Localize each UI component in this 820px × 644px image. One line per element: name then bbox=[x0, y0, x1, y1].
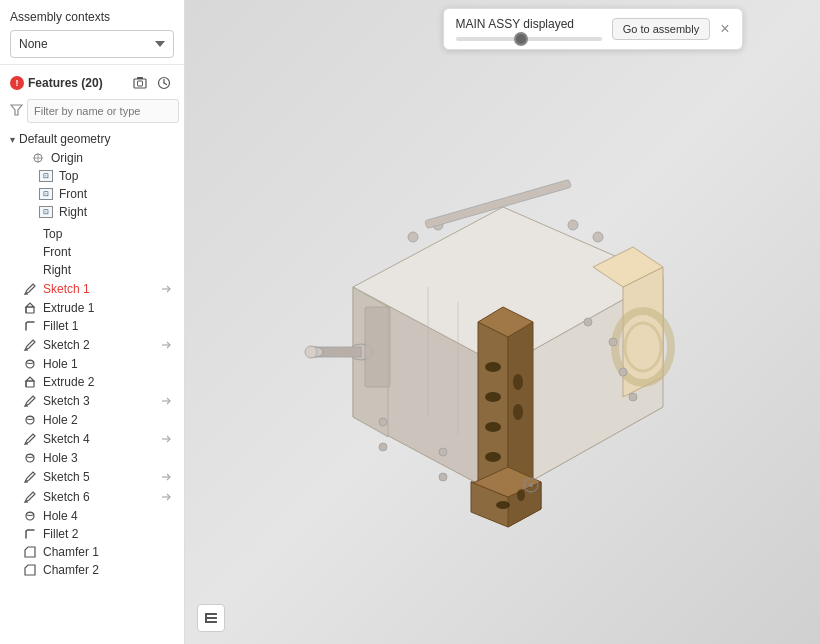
slider-track[interactable] bbox=[456, 37, 602, 41]
front-label: Front bbox=[59, 187, 174, 201]
banner-title: MAIN ASSY displayed bbox=[456, 17, 602, 31]
sketch1-arrow-icon bbox=[160, 281, 174, 297]
tree-item-chamfer2[interactable]: Chamfer 2 bbox=[0, 561, 184, 579]
extrude1-label: Extrude 1 bbox=[43, 301, 174, 315]
tree-item-sketch1[interactable]: Sketch 1 bbox=[0, 279, 184, 299]
top-label: Top bbox=[59, 169, 174, 183]
svg-point-61 bbox=[408, 232, 418, 242]
svg-point-64 bbox=[593, 232, 603, 242]
extrude-icon-extrude2 bbox=[22, 375, 38, 389]
svg-point-54 bbox=[513, 374, 523, 390]
banner-close-button[interactable]: × bbox=[720, 21, 729, 37]
sketch-icon-sketch2 bbox=[22, 338, 38, 352]
features-error-icon: ! bbox=[10, 76, 24, 90]
sketch-icon-sketch1 bbox=[22, 282, 38, 296]
svg-point-78 bbox=[529, 483, 533, 487]
svg-point-74 bbox=[609, 338, 617, 346]
tree-item-top[interactable]: Top bbox=[0, 225, 184, 243]
top-label: Top bbox=[43, 227, 174, 241]
tree-item-chamfer1[interactable]: Chamfer 1 bbox=[0, 543, 184, 561]
sketch1-label: Sketch 1 bbox=[43, 282, 156, 296]
chevron-icon: ▾ bbox=[10, 134, 15, 145]
3d-model-area bbox=[185, 60, 820, 624]
svg-rect-1 bbox=[137, 77, 143, 79]
svg-point-76 bbox=[629, 393, 637, 401]
tree-item-sketch5[interactable]: Sketch 5 bbox=[0, 467, 184, 487]
sketch-icon-sketch3 bbox=[22, 394, 38, 408]
tree-item-sketch6[interactable]: Sketch 6 bbox=[0, 487, 184, 507]
svg-point-55 bbox=[513, 404, 523, 420]
default-geometry-group[interactable]: ▾ Default geometry bbox=[0, 129, 184, 149]
svg-point-59 bbox=[496, 501, 510, 509]
right-label: Right bbox=[43, 263, 174, 277]
tree-item-right[interactable]: ⊡ Right bbox=[0, 203, 184, 221]
hole-icon-hole2 bbox=[22, 413, 38, 427]
svg-rect-86 bbox=[205, 613, 207, 623]
svg-line-5 bbox=[164, 83, 167, 85]
tree-item-extrude1[interactable]: Extrude 1 bbox=[0, 299, 184, 317]
feature-tree-panel: Assembly contexts None ! Features (20) bbox=[0, 0, 185, 644]
tree-item-hole3[interactable]: Hole 3 bbox=[0, 449, 184, 467]
tree-item-fillet2[interactable]: Fillet 2 bbox=[0, 525, 184, 543]
svg-rect-12 bbox=[26, 307, 34, 313]
tree-item-hole1[interactable]: Hole 1 bbox=[0, 355, 184, 373]
sketch5-label: Sketch 5 bbox=[43, 470, 156, 484]
capture-icon bbox=[133, 76, 147, 90]
svg-point-75 bbox=[619, 368, 627, 376]
tree-item-hole4[interactable]: Hole 4 bbox=[0, 507, 184, 525]
svg-point-71 bbox=[439, 448, 447, 456]
svg-point-68 bbox=[305, 346, 317, 358]
plane-icon-right: ⊡ bbox=[38, 205, 54, 219]
plane-icon-front bbox=[22, 245, 38, 259]
go-to-assembly-button[interactable]: Go to assembly bbox=[612, 18, 710, 40]
filter-row bbox=[0, 97, 184, 129]
svg-marker-37 bbox=[25, 565, 35, 575]
chamfer2-label: Chamfer 2 bbox=[43, 563, 174, 577]
sketch6-arrow-icon bbox=[160, 489, 174, 505]
chamfer-icon-chamfer2 bbox=[22, 563, 38, 577]
svg-point-63 bbox=[568, 220, 578, 230]
tree-item-sketch3[interactable]: Sketch 3 bbox=[0, 391, 184, 411]
tree-item-fillet1[interactable]: Fillet 1 bbox=[0, 317, 184, 335]
sketch3-arrow-icon bbox=[160, 393, 174, 409]
tree-item-front[interactable]: ⊡ Front bbox=[0, 185, 184, 203]
filter-input[interactable] bbox=[27, 99, 179, 123]
capture-icon-btn[interactable] bbox=[130, 73, 150, 93]
features-header: ! Features (20) bbox=[0, 65, 184, 97]
tree-item-top[interactable]: ⊡ Top bbox=[0, 167, 184, 185]
clock-icon-btn[interactable] bbox=[154, 73, 174, 93]
assembly-contexts-dropdown[interactable]: None bbox=[10, 30, 174, 58]
svg-marker-13 bbox=[26, 303, 34, 307]
extrude-icon-extrude1 bbox=[22, 301, 38, 315]
tree-item-extrude2[interactable]: Extrude 2 bbox=[0, 373, 184, 391]
hole-icon-hole1 bbox=[22, 357, 38, 371]
chamfer-icon-chamfer1 bbox=[22, 545, 38, 559]
tree-item-right[interactable]: Right bbox=[0, 261, 184, 279]
assembly-contexts-section: Assembly contexts None bbox=[0, 0, 184, 65]
tree-item-front[interactable]: Front bbox=[0, 243, 184, 261]
sketch5-arrow-icon bbox=[160, 469, 174, 485]
svg-marker-6 bbox=[11, 105, 22, 115]
tree-item-sketch2[interactable]: Sketch 2 bbox=[0, 335, 184, 355]
tree-item-hole2[interactable]: Hole 2 bbox=[0, 411, 184, 429]
tree-item-sketch4[interactable]: Sketch 4 bbox=[0, 429, 184, 449]
hole-icon-hole3 bbox=[22, 451, 38, 465]
extrude2-label: Extrude 2 bbox=[43, 375, 174, 389]
svg-point-50 bbox=[485, 362, 501, 372]
svg-point-70 bbox=[379, 443, 387, 451]
svg-rect-2 bbox=[138, 81, 143, 86]
svg-point-60 bbox=[517, 489, 525, 501]
svg-point-51 bbox=[485, 392, 501, 402]
list-icon-button[interactable] bbox=[197, 604, 225, 632]
hole3-label: Hole 3 bbox=[43, 451, 174, 465]
clock-icon bbox=[157, 76, 171, 90]
tree-item-origin[interactable]: Origin bbox=[0, 149, 184, 167]
slider-thumb[interactable] bbox=[514, 32, 528, 46]
sketch-icon-sketch6 bbox=[22, 490, 38, 504]
hole1-label: Hole 1 bbox=[43, 357, 174, 371]
svg-point-72 bbox=[439, 473, 447, 481]
sketch2-arrow-icon bbox=[160, 337, 174, 353]
assembly-contexts-label: Assembly contexts bbox=[10, 10, 174, 24]
svg-rect-82 bbox=[365, 307, 390, 387]
hole-icon-hole4 bbox=[22, 509, 38, 523]
